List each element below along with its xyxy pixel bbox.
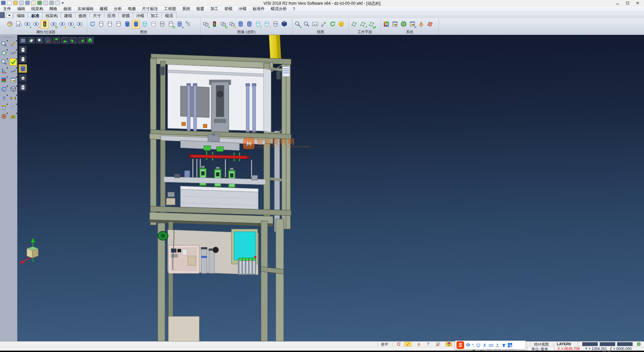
layers-stack-icon[interactable] (0, 77, 7, 84)
render-settings-icon[interactable] (184, 20, 192, 29)
ghost-cylinder-icon[interactable] (149, 20, 157, 29)
color-swatch[interactable] (617, 342, 633, 346)
zoom-elements-icon[interactable] (0, 40, 7, 47)
striped-cylinder-icon[interactable] (236, 20, 245, 29)
menu-item[interactable]: 视窗 (193, 6, 207, 12)
dynamic-view-arrow-icon[interactable] (320, 20, 328, 29)
shaded-cube-toggle-icon[interactable] (445, 342, 452, 346)
confirm-check-icon[interactable] (10, 58, 17, 65)
menu-item[interactable]: 实体编辑 (74, 6, 97, 12)
bodies-filter-icon[interactable] (210, 20, 218, 29)
validate-body-icon[interactable]: ✓ (254, 20, 262, 29)
regen-graphics-icon[interactable] (88, 20, 96, 29)
view-refresh-icon[interactable] (328, 20, 336, 29)
rotate-lock-icon[interactable] (395, 342, 402, 346)
delete-trash-icon[interactable] (0, 104, 7, 111)
ime-keyboard-icon[interactable] (489, 343, 493, 348)
view-right-icon[interactable] (77, 37, 86, 44)
ime-toolbox-icon[interactable] (508, 343, 512, 347)
ime-skin-icon[interactable] (501, 343, 506, 348)
context-help-icon[interactable] (425, 342, 431, 346)
measure-icon[interactable] (10, 95, 17, 102)
menu-item[interactable]: 模流分析 (268, 6, 290, 12)
menu-item[interactable]: 编辑 (14, 6, 28, 12)
refresh-icon[interactable] (0, 86, 7, 93)
hatched-body-icon[interactable] (271, 20, 279, 29)
viewport-zoom-icon[interactable] (36, 37, 44, 44)
tab[interactable]: 线架构 (42, 12, 61, 18)
filter-wireframe-icon[interactable] (19, 46, 27, 54)
zoom-in-icon[interactable]: + (293, 20, 302, 29)
menu-item[interactable]: 塑模 (221, 6, 235, 12)
undo-icon[interactable] (10, 104, 17, 111)
bodies-refresh-icon[interactable]: ↻ (219, 20, 227, 29)
tab-active[interactable]: 标准 (28, 12, 43, 18)
tab[interactable]: 编辑 (13, 12, 28, 18)
view-preview-icon[interactable] (337, 20, 345, 29)
hide-all-icon[interactable]: − (75, 20, 84, 29)
menu-item[interactable]: 尺寸标注 (139, 6, 161, 12)
striped-cylinder-icon[interactable] (245, 20, 253, 29)
color-swatch[interactable] (582, 342, 598, 346)
menu-item[interactable]: 网格 (46, 6, 60, 12)
filter-flat-icon[interactable] (19, 74, 27, 82)
edit-delete-icon[interactable] (10, 40, 17, 47)
viewport-plane-icon[interactable] (27, 37, 35, 44)
grid-window-icon[interactable] (10, 77, 17, 84)
filter-shaded-icon[interactable] (19, 64, 27, 73)
wireframe-cylinder-icon[interactable] (114, 20, 122, 29)
zoom-one-to-one-icon[interactable]: 1:1 (311, 20, 319, 29)
ime-emoji-icon[interactable] (476, 343, 481, 348)
menu-item[interactable]: 线架构 (28, 6, 46, 12)
page-visibility-icon[interactable] (14, 20, 22, 29)
workplane-align-icon[interactable]: ⇄ (367, 20, 375, 29)
globe-icon[interactable] (636, 342, 641, 346)
cylinder-settings-icon[interactable]: + (175, 20, 183, 29)
menu-item[interactable]: 建模 (97, 6, 111, 12)
add-bodies-icon[interactable]: + (202, 20, 210, 29)
display-settings-icon[interactable] (391, 20, 399, 29)
magic-select-icon[interactable] (405, 342, 411, 346)
tab[interactable]: 应用 (104, 12, 119, 18)
tab-dropdown-button[interactable] (6, 13, 13, 18)
menu-item[interactable]: 系统 (179, 6, 193, 12)
ime-account-icon[interactable] (495, 343, 500, 348)
navigation-wheel-icon[interactable] (0, 113, 7, 120)
menu-item[interactable]: 标准件 (250, 6, 268, 12)
tab[interactable]: 尺寸 (90, 12, 104, 18)
zoom-selection-icon[interactable] (302, 20, 310, 29)
tab[interactable]: 曲面 (75, 12, 90, 18)
menu-item[interactable]: 工程图 (161, 6, 179, 12)
show-add-icon[interactable]: + (23, 20, 31, 29)
cylinder-refresh-icon[interactable]: ↻ (167, 20, 175, 29)
ime-language-toggle[interactable]: 中 (466, 342, 470, 348)
maximize-button[interactable] (623, 0, 633, 6)
ime-microphone-icon[interactable] (482, 343, 487, 348)
body-box-icon[interactable]: ▪ (263, 20, 271, 29)
menu-item[interactable]: 曲面 (60, 6, 74, 12)
tab[interactable]: 塑膜 (118, 12, 133, 18)
tab[interactable]: 建模 (61, 12, 75, 18)
bodies-toggle-icon[interactable]: ± (228, 20, 236, 29)
sketch-curve-icon[interactable] (10, 49, 17, 56)
hide-remove-icon[interactable]: − (32, 20, 40, 29)
hatched-cylinder-icon[interactable] (158, 20, 166, 29)
zoom-toggle-icon[interactable] (0, 58, 7, 65)
color-swatch[interactable] (600, 342, 615, 346)
menu-item[interactable]: 电极 (125, 6, 139, 12)
wireframe-cylinder-icon[interactable] (97, 20, 105, 29)
filter-hatched-icon[interactable] (19, 83, 27, 91)
ime-punctuation-toggle[interactable]: °, (472, 343, 474, 347)
view-isometric-icon[interactable] (86, 37, 94, 44)
viewport-menu-icon[interactable] (19, 37, 27, 44)
menu-item[interactable]: 冲模 (235, 6, 250, 12)
wireframe-cylinder-icon[interactable] (106, 20, 114, 29)
transparent-cylinder-icon[interactable] (141, 20, 149, 29)
environment-icon[interactable] (399, 20, 408, 29)
solid-cube-icon[interactable] (10, 86, 17, 93)
tab[interactable]: 冲模 (133, 12, 148, 18)
viewport-triad-icon[interactable] (44, 37, 52, 44)
menu-item[interactable]: ? (290, 7, 298, 11)
visibility-refresh-icon[interactable]: ↻ (49, 20, 57, 29)
plane-select-icon[interactable] (0, 49, 7, 56)
